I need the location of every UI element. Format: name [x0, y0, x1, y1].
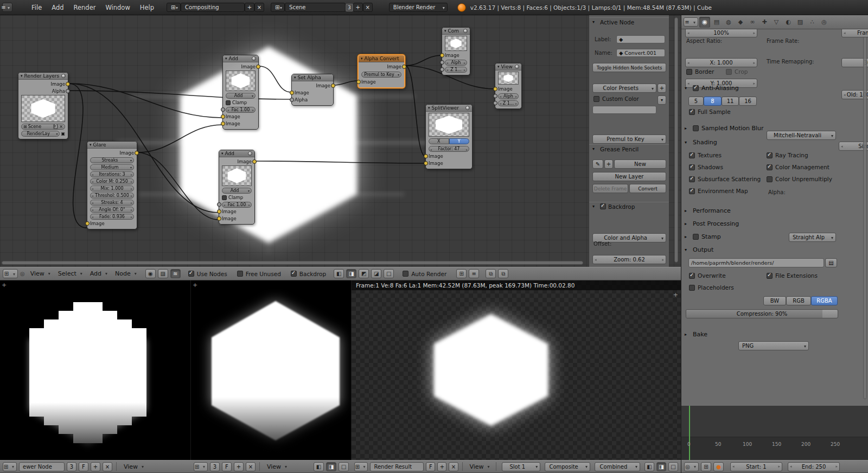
channel-rgb-icon[interactable]: ◨	[346, 269, 356, 278]
ray-tracing-checkbox[interactable]	[767, 152, 773, 158]
frame-start-field[interactable]: Start: 1	[730, 462, 782, 471]
tab-physics-icon[interactable]: ◎	[819, 17, 829, 28]
editor-type-icon[interactable]: ⊞	[354, 462, 368, 471]
vertical-scrollbar[interactable]	[674, 17, 678, 263]
snap-icon[interactable]: ⊞	[456, 269, 467, 278]
rgba-button[interactable]: RGBA	[811, 296, 838, 305]
add-preset-icon[interactable]: +	[658, 84, 666, 93]
alpha-value-field[interactable]: Alph	[445, 60, 467, 66]
snap-mode-icon[interactable]: ≡	[469, 269, 479, 278]
file-format-select[interactable]: PNG	[738, 341, 809, 350]
camera-icon[interactable]: ▣	[61, 131, 65, 136]
menu-select[interactable]: Select	[55, 270, 85, 277]
preview-sphere-icon[interactable]	[61, 74, 66, 78]
z-input-socket[interactable]	[440, 67, 444, 72]
node-mix-add-1[interactable]: ▾ Add Image Add Clamp Fac 1.00 Image Ima…	[222, 55, 259, 130]
panel-expand-icon[interactable]: ▸	[685, 221, 690, 226]
panel-expand-icon[interactable]: ▾	[592, 204, 598, 209]
channel-rgba-icon[interactable]: ◧	[334, 269, 344, 278]
node-render-layers[interactable]: ▾ Render Layers Image Alpha ⊞ Scene 3 × …	[18, 72, 68, 139]
editor-type-icon[interactable]: ⊞	[3, 462, 17, 471]
tab-render-icon[interactable]: ◉	[699, 17, 710, 28]
sss-checkbox[interactable]	[689, 176, 695, 182]
compression-slider[interactable]: Compression: 90%	[686, 309, 838, 318]
frame-end-field[interactable]: End: 250	[788, 462, 840, 471]
samples-16-button[interactable]: 16	[739, 97, 757, 106]
collapse-icon[interactable]: ▾	[428, 106, 430, 110]
panel-expand-icon[interactable]: ▾	[685, 247, 690, 252]
render-engine-select[interactable]: Blender Render	[389, 3, 448, 12]
premul-mode-select[interactable]: Premul to Key	[592, 135, 666, 144]
menu-add[interactable]: Add	[87, 270, 110, 277]
users-count[interactable]: 3	[53, 124, 58, 129]
presets-specials-icon[interactable]: ▾	[658, 95, 666, 105]
new-image-icon[interactable]: +	[234, 462, 244, 471]
area-corner-widget[interactable]: +	[2, 282, 7, 289]
overwrite-checkbox[interactable]	[689, 273, 695, 279]
factor-input-socket[interactable]	[217, 202, 221, 207]
iterations-field[interactable]: Iterations: 3	[90, 171, 134, 177]
collapse-icon[interactable]: ▾	[21, 74, 23, 78]
factor-input-socket[interactable]	[221, 107, 225, 112]
alpha-input-socket[interactable]	[440, 60, 444, 65]
node-split-viewer[interactable]: ▾ SplitViewer X Y Factor: 47 Image Image	[425, 104, 473, 169]
menu-view[interactable]: View	[27, 270, 53, 277]
fade-field[interactable]: Fade: 0.936	[90, 214, 134, 220]
editor-type-icon[interactable]: ≡	[684, 17, 698, 27]
node-glare[interactable]: ▾ Glare Image Streaks Medium Iterations:…	[87, 141, 137, 229]
horizontal-scrollbar[interactable]	[2, 261, 583, 265]
collapse-icon[interactable]: ▾	[497, 65, 500, 69]
node-mix-add-2[interactable]: ▾ Add Image Add Clamp Fac 1.00 Image Ima…	[219, 150, 255, 225]
compositing-nodes-icon[interactable]: ≋	[170, 269, 181, 278]
collapse-icon[interactable]: ▾	[361, 56, 363, 61]
panel-expand-icon[interactable]: ▾	[592, 146, 598, 151]
menu-view[interactable]: View	[120, 463, 146, 470]
resolution-percent-field[interactable]: 100%	[685, 28, 757, 37]
panel-expand-icon[interactable]: ▾	[685, 140, 690, 145]
panel-expand-icon[interactable]: ▸	[685, 126, 690, 131]
custom-color-swatch[interactable]	[592, 106, 656, 114]
panel-expand-icon[interactable]: ▸	[685, 208, 690, 213]
screen-browse-icon[interactable]: ⊞	[167, 3, 181, 12]
image-input-socket[interactable]	[356, 80, 361, 84]
screen-layout-field[interactable]: Compositing	[181, 3, 245, 12]
editor-type-icon[interactable]: ≡	[2, 3, 12, 12]
preview-sphere-icon[interactable]	[465, 106, 470, 110]
editor-type-icon[interactable]: ◎	[684, 462, 699, 471]
clamp-checkbox[interactable]	[222, 195, 227, 200]
image-input-socket[interactable]	[290, 91, 294, 95]
menu-node[interactable]: Node	[112, 270, 139, 277]
new-layer-button[interactable]: New Layer	[592, 172, 666, 181]
tab-texture-icon[interactable]: ▨	[795, 17, 806, 28]
node-composite[interactable]: ▾ Com Image Alph Z 1...	[442, 27, 470, 75]
channel-color-icon[interactable]: ◧	[644, 462, 654, 471]
mix-field[interactable]: Mix: 1.000	[90, 186, 134, 191]
shadows-checkbox[interactable]	[689, 164, 695, 170]
convert-button[interactable]: Convert	[629, 184, 666, 193]
crop-checkbox[interactable]	[726, 69, 732, 75]
users-count-button[interactable]: 3	[67, 462, 76, 471]
collapse-icon[interactable]: ▾	[225, 56, 227, 61]
pencil-icon[interactable]: ✎	[592, 159, 603, 169]
image-input-socket[interactable]	[217, 216, 221, 221]
editor-type-icon[interactable]: ⊞	[3, 269, 18, 278]
node-viewer[interactable]: ▾ View Image Alph Z 1...	[495, 63, 522, 109]
aspect-x-field[interactable]: X: 1.000	[685, 58, 757, 67]
channel-color-icon[interactable]: ◧	[314, 462, 324, 471]
copy-nodes-icon[interactable]: ⧉	[486, 269, 496, 278]
image-input-socket[interactable]	[424, 154, 428, 158]
preview-sphere-icon[interactable]	[252, 56, 256, 61]
image-name-field[interactable]: ewer Node	[19, 462, 65, 471]
delete-frame-button[interactable]: Delete Frame	[592, 184, 628, 193]
output-path-field[interactable]: /home/paprmh/blender/renders/	[688, 258, 824, 267]
collapse-icon[interactable]: ▾	[90, 143, 92, 147]
blend-mode-select[interactable]: Add	[222, 188, 252, 194]
node-alpha-convert[interactable]: ▾ Alpha Convert Image Premul to Key Imag…	[358, 54, 405, 88]
tab-data-icon[interactable]: ▽	[771, 17, 782, 28]
add-screen-icon[interactable]: +	[245, 3, 254, 12]
editor-type-icon[interactable]: ⊞	[194, 462, 208, 471]
fake-user-button[interactable]: F	[426, 462, 435, 471]
toggle-hidden-sockets-button[interactable]: Toggle Hidden Node Sockets	[592, 63, 666, 72]
samples-5-button[interactable]: 5	[688, 97, 704, 106]
unlink-image-icon[interactable]: ×	[449, 462, 458, 471]
